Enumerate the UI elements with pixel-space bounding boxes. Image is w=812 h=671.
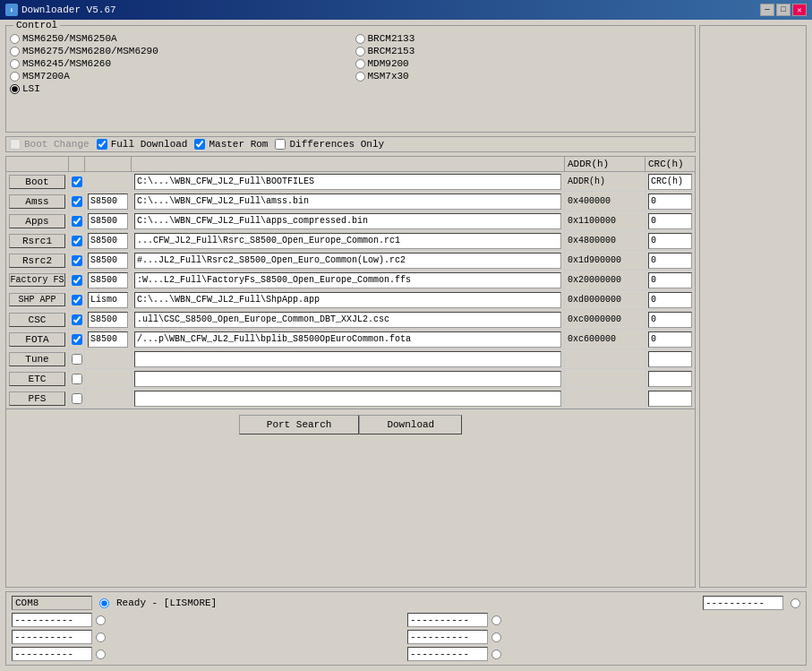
row-addr-boot: ADDR(h) (565, 172, 645, 191)
row-crc-shpapp: 0 (645, 290, 695, 309)
radio-msm6245-input[interactable] (10, 59, 20, 69)
radio-brcm2153[interactable]: BRCM2153 (355, 46, 692, 56)
status-radio-left4[interactable] (96, 649, 106, 659)
port-label: COM8 (15, 598, 38, 608)
row-path-factoryfs: :W...L2_Full\FactoryFs_S8500_Open_Europe… (132, 271, 565, 289)
radio-brcm2153-input[interactable] (355, 47, 365, 56)
row-chip-tune (85, 349, 132, 368)
status-input-left2[interactable] (12, 613, 92, 627)
port-search-button[interactable]: Port Search (239, 415, 360, 434)
radio-lsi-input[interactable] (10, 84, 20, 94)
radio-brcm2153-label: BRCM2153 (368, 46, 415, 56)
row-path-pfs (132, 389, 565, 408)
row-chip-csc: S8500 (85, 310, 132, 329)
table-row: Rsrc1 S8500 ...CFW_JL2_Full\Rsrc_S8500_O… (6, 231, 695, 251)
row-cb-shpapp[interactable] (69, 290, 85, 309)
row-label-boot: Boot (6, 172, 69, 191)
table-row: Boot C:\...\WBN_CFW_JL2_Full\BOOTFILES A… (6, 172, 695, 192)
status-input-right2[interactable] (407, 613, 488, 627)
radio-msm7x30-input[interactable] (355, 72, 365, 82)
full-download-row: Full Download (97, 139, 188, 150)
status-input-left4[interactable] (12, 647, 92, 661)
row-path-etc (132, 369, 565, 388)
full-download-checkbox[interactable] (97, 139, 107, 150)
title-buttons: — □ ✕ (760, 4, 807, 16)
status-radio-right2[interactable] (491, 615, 501, 625)
row-cb-fota[interactable] (69, 330, 85, 348)
row-path-csc: .ull\CSC_S8500_Open_Europe_Common_DBT_XX… (132, 310, 565, 329)
row-path-rsrc1: ...CFW_JL2_Full\Rsrc_S8500_Open_Europe_C… (132, 231, 565, 250)
status-radio-main[interactable] (99, 598, 109, 608)
close-button[interactable]: ✕ (792, 4, 807, 16)
row-chip-pfs (85, 389, 132, 408)
row-cb-csc[interactable] (69, 310, 85, 329)
radio-mdm9200-input[interactable] (355, 59, 365, 69)
radio-msm7200a-input[interactable] (10, 72, 20, 82)
row-label-pfs: PFS (6, 389, 69, 408)
differences-only-checkbox[interactable] (275, 139, 286, 150)
radio-brcm2133-input[interactable] (355, 34, 365, 44)
row-cb-tune[interactable] (69, 349, 85, 368)
status-bottom-grid (12, 613, 800, 661)
radio-msm6245[interactable]: MSM6245/MSM6260 (10, 58, 346, 69)
radio-mdm9200[interactable]: MDM9200 (355, 58, 692, 69)
status-input-right1[interactable] (703, 596, 783, 610)
status-radio-right3[interactable] (491, 632, 501, 642)
radio-msm7x30[interactable]: MSM7x30 (355, 71, 692, 82)
master-rom-checkbox[interactable] (194, 139, 205, 150)
boot-change-checkbox[interactable] (10, 139, 21, 150)
app-icon: ⬇ (5, 4, 18, 16)
row-crc-apps: 0 (645, 211, 695, 230)
radio-msm6250-label: MSM6250/MSM6250A (22, 33, 117, 44)
row-cb-rsrc2[interactable] (69, 251, 85, 270)
status-radio-right1[interactable] (791, 598, 800, 608)
row-path-apps: C:\...\WBN_CFW_JL2_Full\apps_compressed.… (132, 211, 565, 230)
row-path-rsrc2: #...JL2_Full\Rsrc2_S8500_Open_Euro_Commo… (132, 251, 565, 270)
row-addr-amss: 0x400000 (565, 192, 645, 211)
minimize-button[interactable]: — (760, 4, 774, 16)
radio-msm6245-label: MSM6245/MSM6260 (22, 58, 111, 69)
row-addr-shpapp: 0xd0000000 (565, 290, 645, 309)
row-cb-rsrc1[interactable] (69, 231, 85, 250)
row-cb-boot[interactable] (69, 172, 85, 191)
row-path-fota: /...p\WBN_CFW_JL2_Full\bplib_S8500OpEuro… (132, 330, 565, 348)
row-addr-csc: 0xc0000000 (565, 310, 645, 329)
status-input-right4[interactable] (407, 647, 488, 661)
row-addr-rsrc1: 0x4800000 (565, 231, 645, 250)
status-input-left3[interactable] (12, 630, 92, 644)
row-cb-pfs[interactable] (69, 389, 85, 408)
differences-only-label: Differences Only (289, 139, 384, 150)
radio-msm6250[interactable]: MSM6250/MSM6250A (10, 33, 346, 44)
radio-msm7200a-label: MSM7200A (22, 71, 70, 82)
radio-brcm2133-label: BRCM2133 (368, 33, 415, 44)
radio-grid: MSM6250/MSM6250A BRCM2133 MSM6275/MSM628… (10, 31, 691, 96)
radio-msm6250-input[interactable] (10, 34, 20, 44)
row-cb-amss[interactable] (69, 192, 85, 211)
download-button[interactable]: Download (359, 415, 462, 434)
row-chip-etc (85, 369, 132, 388)
button-row: Port Search Download (6, 409, 695, 440)
file-table: ADDR(h) CRC(h) Boot C:\...\WBN_CFW_JL2_F… (5, 156, 696, 588)
row-cb-apps[interactable] (69, 211, 85, 230)
status-radio-right4[interactable] (491, 649, 501, 659)
row-label-rsrc2: Rsrc2 (6, 251, 69, 270)
table-row: SHP APP Lismo C:\...\WBN_CFW_JL2_Full\Sh… (6, 290, 695, 310)
row-cb-factoryfs[interactable] (69, 271, 85, 289)
status-input-right3[interactable] (407, 630, 488, 644)
radio-lsi[interactable]: LSI (10, 83, 346, 94)
radio-brcm2133[interactable]: BRCM2133 (355, 33, 692, 44)
radio-msm7200a[interactable]: MSM7200A (10, 71, 346, 82)
radio-msm6275-label: MSM6275/MSM6280/MSM6290 (22, 46, 158, 56)
row-addr-etc (565, 369, 645, 388)
row-crc-tune (645, 349, 695, 368)
status-radio-left2[interactable] (96, 615, 106, 625)
row-crc-pfs (645, 389, 695, 408)
restore-button[interactable]: □ (776, 4, 791, 16)
row-label-tune: Tune (6, 349, 69, 368)
radio-msm6275[interactable]: MSM6275/MSM6280/MSM6290 (10, 46, 346, 56)
status-radio-left3[interactable] (96, 632, 106, 642)
radio-msm6275-input[interactable] (10, 47, 20, 56)
row-cb-etc[interactable] (69, 369, 85, 388)
row-label-fota: FOTA (6, 330, 69, 348)
status-right-row4 (407, 647, 800, 661)
